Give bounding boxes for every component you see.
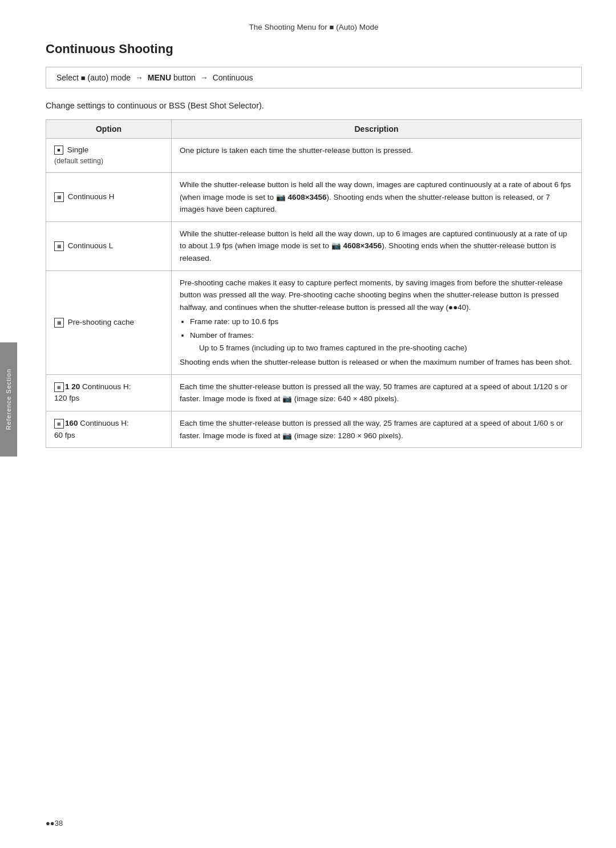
vga-icon: 📷 (282, 394, 292, 403)
table-row: ■ Single (default setting) One picture i… (46, 139, 582, 173)
table-row: ▦160 Continuous H: 60 fps Each time the … (46, 411, 582, 447)
option-cell-contL: ▦ Continuous L (46, 221, 172, 270)
desc-cell-single: One picture is taken each time the shutt… (172, 139, 582, 173)
fps60-icon: ▦ (54, 419, 64, 429)
contH-icon: ▦ (54, 192, 64, 202)
desc-cell-120fps: Each time the shutter-release button is … (172, 374, 582, 411)
option-label-contL: Continuous L (68, 241, 114, 250)
frames-detail: Up to 5 frames (including up to two fram… (199, 344, 467, 352)
single-icon: ■ (54, 146, 63, 155)
contL-icon: ▦ (54, 241, 64, 251)
table-row: ▦ Continuous H While the shutter-release… (46, 173, 582, 222)
col-header-desc: Description (172, 120, 582, 139)
psc-icon: ▦ (54, 318, 64, 328)
option-cell-psc: ▦ Pre-shooting cache (46, 270, 172, 374)
desc-cell-contL: While the shutter-release button is held… (172, 221, 582, 270)
nav-box: Select ■ (auto) mode → MENU button → Con… (46, 67, 582, 88)
reference-label: Reference Section (5, 369, 12, 430)
col-header-option: Option (46, 120, 172, 139)
table-row: ▦1 20 Continuous H: 120 fps Each time th… (46, 374, 582, 411)
table-row: ▦ Continuous L While the shutter-release… (46, 221, 582, 270)
list-item: Number of frames: Up to 5 frames (includ… (190, 329, 573, 354)
option-cell-contH: ▦ Continuous H (46, 173, 172, 222)
desc-cell-psc: Pre-shooting cache makes it easy to capt… (172, 270, 582, 374)
psc-bullet-list: Frame rate: up to 10.6 fps Number of fra… (187, 316, 573, 354)
fps120-num: 1 20 (65, 382, 80, 391)
option-sublabel-single: (default setting) (54, 156, 163, 167)
table-row: ▦ Pre-shooting cache Pre-shooting cache … (46, 270, 582, 374)
desc-cell-60fps: Each time the shutter-release button is … (172, 411, 582, 447)
fps60-label: 60 fps (54, 431, 75, 439)
option-cell-single: ■ Single (default setting) (46, 139, 172, 173)
reference-side-tab: Reference Section (0, 342, 17, 457)
intro-text: Change settings to continuous or BSS (Be… (46, 101, 582, 110)
fps120-label: 120 fps (54, 394, 79, 402)
page-footer: ●●38 (46, 819, 63, 827)
page-ref: ●●38 (46, 819, 63, 827)
top-label: The Shooting Menu for ■ (Auto) Mode (46, 23, 582, 31)
option-cell-120fps: ▦1 20 Continuous H: 120 fps (46, 374, 172, 411)
camera-icon-nav: ■ (81, 74, 86, 82)
option-label-psc: Pre-shooting cache (68, 318, 134, 326)
fps60-num: 160 (65, 419, 78, 427)
mode-ref2: 📷 4608×3456 (331, 241, 382, 250)
option-cell-60fps: ▦160 Continuous H: 60 fps (46, 411, 172, 447)
list-item: Frame rate: up to 10.6 fps (190, 316, 573, 328)
option-label-contH: Continuous H (68, 192, 115, 201)
mode-ref: 📷 4608×3456 (276, 193, 327, 201)
m-icon: 📷 (282, 431, 292, 440)
option-label-single: Single (67, 146, 89, 154)
camera-icon: ■ (330, 23, 334, 31)
options-table: Option Description ■ Single (default set… (46, 119, 582, 448)
desc-cell-contH: While the shutter-release button is held… (172, 173, 582, 222)
fps120-icon: ▦ (54, 382, 64, 392)
page-title: Continuous Shooting (46, 42, 582, 56)
